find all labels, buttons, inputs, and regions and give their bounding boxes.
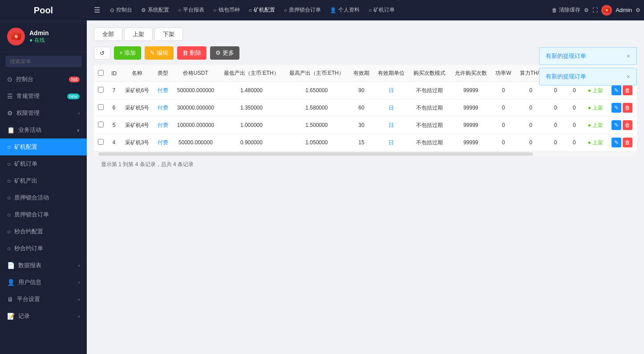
search-input[interactable]: [5, 56, 81, 67]
row-status: 上架: [583, 99, 607, 117]
row-index: 0: [546, 117, 565, 134]
select-all-checkbox[interactable]: [98, 70, 104, 76]
data-report-icon: 📄: [7, 262, 15, 269]
sidebar-item-platform-settings[interactable]: 🖥 平台设置 ›: [0, 291, 87, 308]
topbar-nav-miner-order[interactable]: ○ 矿机订单: [364, 4, 399, 16]
sidebar-item-pledge-order[interactable]: ○ 质押锁合订单: [0, 206, 87, 223]
more-button[interactable]: ⚙ 更多: [210, 46, 239, 60]
period-unit: 日: [389, 87, 394, 94]
notif-text-1: 有新的提现订单: [546, 52, 586, 60]
period-unit: 日: [389, 139, 394, 146]
sidebar-item-data-report[interactable]: 📄 数据报表 ›: [0, 257, 87, 274]
delete-row-button[interactable]: 🗑: [623, 103, 632, 113]
pledge-activity-icon: ○: [7, 194, 11, 201]
row-name: 采矿机3号: [121, 134, 154, 151]
sidebar-item-flash-config[interactable]: ○ 秒合约配置: [0, 223, 87, 240]
notif-close-2[interactable]: ×: [627, 73, 630, 80]
edit-button[interactable]: ✎ 编辑: [145, 46, 174, 60]
edit-row-button[interactable]: ✎: [612, 138, 621, 147]
topbar-nav-miner-config[interactable]: ○ 矿机配置: [244, 4, 279, 16]
sidebar-item-general[interactable]: ☰ 常规管理 new: [0, 88, 87, 105]
miner-order-icon: ○: [7, 160, 11, 167]
delete-button[interactable]: 🗑 删除: [177, 46, 207, 60]
sidebar-item-label: 平台设置: [17, 295, 40, 303]
row-status: 上架: [583, 134, 607, 151]
notif-close-1[interactable]: ×: [627, 53, 630, 60]
add-button[interactable]: + 添加: [114, 46, 141, 60]
sidebar-item-label: 质押锁合订单: [14, 211, 49, 219]
row-select-checkbox[interactable]: [98, 139, 104, 145]
tab-offline[interactable]: 下架: [154, 28, 183, 41]
topbar-icon-btn-1[interactable]: ⚙: [584, 7, 589, 13]
row-name: 采矿机5号: [121, 99, 154, 117]
sidebar-item-permission[interactable]: ⚙ 权限管理 ›: [0, 105, 87, 122]
row-select-checkbox[interactable]: [98, 104, 104, 110]
edit-row-button[interactable]: ✎: [612, 85, 621, 95]
row-checkbox: [94, 134, 107, 151]
hot-badge: hot: [69, 77, 80, 82]
topbar-nav-dashboard[interactable]: ⊙ 控制台: [105, 4, 137, 16]
topbar-username: Admin: [616, 7, 632, 13]
delete-row-button[interactable]: 🗑: [623, 120, 632, 130]
topbar-nav-pledge-order[interactable]: ○ 质押锁合订单: [279, 4, 325, 16]
period-unit: 日: [389, 105, 394, 111]
sidebar-nav: ⊙ 控制台 hot ☰ 常规管理 new ⚙ 权限管理 › 📋 业务活动 ∨ ○…: [0, 71, 87, 354]
sidebar-item-label: 秒合约订单: [14, 244, 43, 252]
row-hashrate: 0: [515, 117, 546, 134]
col-validity-unit: 有效期单位: [373, 65, 409, 82]
col-allow-buy: 允许购买次数: [450, 65, 491, 82]
edit-row-button[interactable]: ✎: [612, 120, 621, 130]
row-id: 6: [107, 99, 120, 117]
sidebar-item-miner-order[interactable]: ○ 矿机订单: [0, 155, 87, 172]
delete-row-button[interactable]: 🗑: [623, 138, 632, 147]
settings-icon-btn[interactable]: ⚙: [636, 7, 640, 13]
sidebar-item-user-info[interactable]: 👤 用户信息 ›: [0, 274, 87, 291]
row-name: 采矿机4号: [121, 117, 154, 134]
topbar-avatar: 🇭🇰: [601, 5, 612, 16]
sidebar-item-records[interactable]: 📝 记录 ›: [0, 308, 87, 325]
sidebar-item-dashboard[interactable]: ⊙ 控制台 hot: [0, 71, 87, 88]
menu-toggle-icon[interactable]: ☰: [90, 6, 104, 14]
sidebar-item-flash-order[interactable]: ○ 秒合约订单: [0, 240, 87, 257]
user-info: Admin 在线: [29, 29, 49, 44]
tab-all[interactable]: 全部: [94, 28, 122, 41]
topbar-nav-icon: ○: [369, 7, 372, 13]
row-power: 0: [491, 82, 515, 99]
row-select-checkbox[interactable]: [98, 87, 104, 93]
topbar-nav-wallet[interactable]: ○ 钱包币种: [209, 4, 244, 16]
status-badge: 上架: [588, 139, 603, 146]
business-icon: 📋: [7, 126, 15, 134]
refresh-button[interactable]: ↺: [94, 47, 110, 60]
clear-cache-button[interactable]: 🗑 清除缓存: [552, 6, 580, 14]
topbar-icon-btn-2[interactable]: ⛶: [592, 7, 598, 13]
row-power: 0: [491, 134, 515, 151]
trash-icon: 🗑: [552, 7, 557, 13]
row-validity-unit: 日: [373, 134, 409, 151]
tab-online[interactable]: 上架: [124, 28, 153, 41]
row-select-checkbox[interactable]: [98, 122, 104, 127]
topbar-nav-profile[interactable]: 👤 个人资料: [325, 4, 364, 16]
row-type: 付费: [154, 82, 172, 99]
horizontal-scrollbar[interactable]: [94, 151, 637, 156]
row-hashrate: 0: [515, 99, 546, 117]
col-checkbox: [94, 65, 107, 82]
row-checkbox: [94, 82, 107, 99]
sidebar-item-pledge-activity[interactable]: ○ 质押锁合活动: [0, 189, 87, 206]
row-picture: 0: [565, 117, 583, 134]
sidebar-item-miner-output[interactable]: ○ 矿机产出: [0, 172, 87, 189]
col-type: 类型: [154, 65, 172, 82]
sidebar-item-miner-config[interactable]: ○ 矿机配置: [0, 138, 87, 155]
col-buy-mode: 购买次数模式: [409, 65, 450, 82]
topbar-nav-sys-config[interactable]: ⚙ 系统配置: [137, 4, 174, 16]
col-min-output: 最低产出（主币:ETH）: [219, 65, 284, 82]
row-index: 0: [546, 134, 565, 151]
sidebar-item-label: 矿机订单: [14, 160, 37, 168]
delete-row-button[interactable]: 🗑: [623, 85, 632, 95]
dashboard-icon: ⊙: [7, 76, 12, 83]
status-badge: 上架: [588, 122, 603, 129]
platform-settings-icon: 🖥: [7, 296, 13, 303]
edit-row-button[interactable]: ✎: [612, 103, 621, 113]
topbar-nav-platform-report[interactable]: ○ 平台报表: [174, 4, 209, 16]
sidebar-item-business[interactable]: 📋 业务活动 ∨: [0, 122, 87, 138]
flash-order-icon: ○: [7, 245, 11, 252]
